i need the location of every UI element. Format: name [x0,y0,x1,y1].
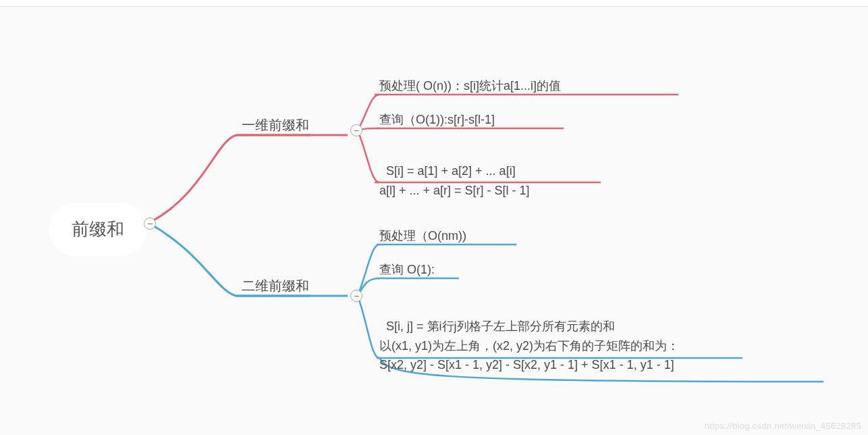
branch-2d-label: 二维前缀和 [242,278,309,293]
watermark: https://blog.csdn.net/weixin_45629285 [705,421,861,431]
leaf-2d-formula[interactable]: S[i, j] = 第i行j列格子左上部分所有元素的和 以(x1, y1)为左上… [379,297,679,375]
branch-2d[interactable]: 二维前缀和 [242,277,309,295]
branch-1d-toggle[interactable]: − [350,124,362,136]
leaf-2d-preprocess[interactable]: 预处理（O(nm)) [379,226,466,246]
root-label: 前缀和 [72,219,124,239]
root-toggle[interactable]: − [144,218,156,230]
leaf-2d-query[interactable]: 查询 O(1): [379,260,435,280]
root-node[interactable]: 前缀和 [49,203,147,256]
leaf-1d-formula[interactable]: S[i] = a[1] + a[2] + ... a[i] a[l] + ...… [379,142,530,200]
branch-2d-toggle[interactable]: − [350,290,362,302]
branch-1d-label: 一维前缀和 [242,118,309,132]
leaf-1d-preprocess[interactable]: 预处理( O(n))：s[i]统计a[1...i]的值 [379,76,561,96]
leaf-1d-query[interactable]: 查询（O(1)):s[r]-s[l-1] [379,110,495,130]
branch-1d[interactable]: 一维前缀和 [242,116,309,134]
